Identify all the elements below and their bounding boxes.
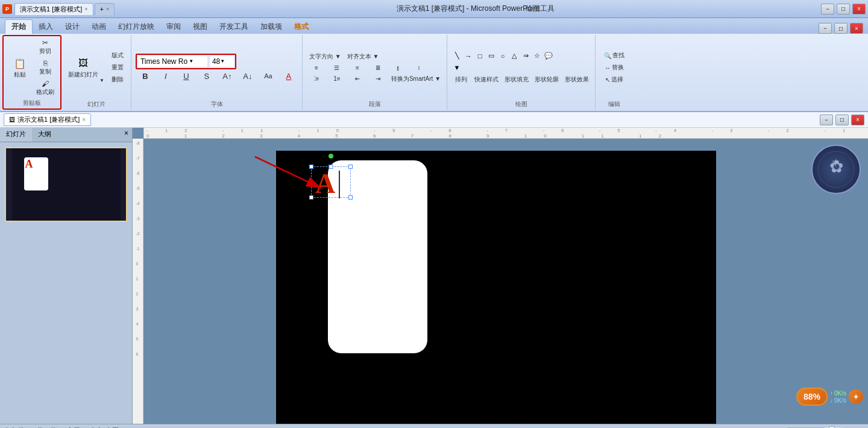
tab-animation[interactable]: 动画 <box>86 20 112 34</box>
oval-shape[interactable]: ○ <box>497 51 508 61</box>
copy-button[interactable]: ⎘ 复制 <box>34 58 57 77</box>
justify-button[interactable]: ≣ <box>368 63 388 72</box>
format-painter-icon: 🖌 <box>42 80 49 88</box>
slide-canvas-wrapper[interactable]: A ✿ 中 88% <box>143 139 868 424</box>
slide-tab-outline[interactable]: 大纲 <box>32 128 57 142</box>
ribbon-content: 📋 粘贴 ✂ 剪切 ⎘ 复制 🖌 格式刷 <box>0 34 868 111</box>
slide-thumbnail-1[interactable]: 1 A <box>5 147 127 222</box>
speed-expand-button[interactable]: + <box>849 389 863 404</box>
slide-tab-slides[interactable]: 幻灯片 <box>0 128 32 142</box>
font-name-box[interactable]: Times New Ro ▼ <box>138 56 207 67</box>
italic-button[interactable]: I <box>156 71 175 82</box>
inner-win-close[interactable]: × <box>851 115 864 125</box>
slide-text-a[interactable]: A <box>315 170 335 198</box>
tab-format[interactable]: 格式 <box>288 20 315 34</box>
layout-button[interactable]: 版式 <box>108 50 127 61</box>
replace-button[interactable]: ↔ 替换 <box>602 62 626 73</box>
title-tab-main[interactable]: 演示文稿1 [兼容模式] × <box>14 3 93 15</box>
num-list-button[interactable]: 1≡ <box>327 74 347 83</box>
bold-button[interactable]: B <box>136 71 155 82</box>
list-button[interactable]: ⁚≡ <box>307 74 326 83</box>
clear-format-button[interactable]: Aa <box>259 71 278 81</box>
inner-win-min[interactable]: － <box>820 115 833 125</box>
tab-review[interactable]: 审阅 <box>160 20 187 34</box>
doc-tab[interactable]: 🖼 演示文稿1 [兼容模式] × <box>4 113 91 126</box>
close-button[interactable]: × <box>852 4 866 14</box>
tab-home[interactable]: 开始 <box>5 19 33 34</box>
align-right-button[interactable]: ≡ <box>348 63 367 72</box>
slide-panel-tabs: 幻灯片 大纲 × <box>0 128 132 142</box>
slides-tools: 🖼 新建幻灯片 ▼ 版式 重置 删除 <box>66 36 127 99</box>
svg-text:中: 中 <box>832 159 840 167</box>
format-painter-button[interactable]: 🖌 格式刷 <box>34 78 57 98</box>
tab-design[interactable]: 设计 <box>59 20 86 34</box>
handle-br[interactable] <box>348 195 353 200</box>
handle-tl[interactable] <box>309 165 313 169</box>
find-button[interactable]: 🔍 查找 <box>602 50 627 61</box>
text-direction-button[interactable]: 文字方向 ▼ <box>307 51 344 62</box>
tab-insert[interactable]: 插入 <box>33 20 59 34</box>
new-slide-icon: 🖼 <box>76 56 90 71</box>
line-space-button[interactable]: ↕ <box>409 63 429 72</box>
tab-developer[interactable]: 开发工具 <box>213 20 254 34</box>
more-shapes[interactable]: ▼ <box>451 62 462 73</box>
align-text-button[interactable]: 对齐文本 ▼ <box>345 51 382 62</box>
slide-black-bg[interactable]: A <box>276 151 716 424</box>
new-slide-button[interactable]: 🖼 新建幻灯片 ▼ <box>66 51 107 84</box>
shape-outline-button[interactable]: 形状轮廓 <box>532 74 561 85</box>
title-bar: P 演示文稿1 [兼容模式] × + × 演示文稿1 [兼容模式] - Micr… <box>0 0 868 18</box>
line-shape[interactable]: ╲ <box>451 51 462 61</box>
ribbon-restore-btn[interactable]: □ <box>834 23 848 34</box>
paste-button[interactable]: 📋 粘贴 <box>7 51 33 84</box>
tab-slideshow[interactable]: 幻灯片放映 <box>112 20 160 34</box>
round-rect-shape[interactable]: ▭ <box>486 51 497 61</box>
title-tab-new[interactable]: + × <box>95 3 115 15</box>
tab-view[interactable]: 视图 <box>187 20 213 34</box>
rect-shape[interactable]: □ <box>474 51 485 61</box>
font-color-button[interactable]: A <box>279 71 298 82</box>
ribbon-minimize-btn[interactable]: － <box>819 23 832 34</box>
maximize-button[interactable]: □ <box>837 4 850 14</box>
shape-effect-button[interactable]: 形状效果 <box>562 74 591 85</box>
shape-fill-button[interactable]: 形状填充 <box>502 74 531 85</box>
callout-shape[interactable]: 💬 <box>543 51 554 61</box>
copy-label: 复制 <box>39 68 51 76</box>
ribbon-close-btn[interactable]: × <box>850 23 863 34</box>
paragraph-row1: 文字方向 ▼ 对齐文本 ▼ <box>307 51 381 62</box>
delete-button[interactable]: 删除 <box>108 74 127 85</box>
arrange-button[interactable]: 排列 <box>451 74 471 85</box>
paragraph-row2: ≡ ☰ ≡ ≣ ⫿ ↕ <box>307 63 429 72</box>
convert-smartart-button[interactable]: 转换为SmartArt ▼ <box>389 74 443 84</box>
doc-tab-close[interactable]: × <box>82 116 86 123</box>
shape-tools-grid: ╲ → □ ▭ ○ △ ⇒ ☆ 💬 ▼ <box>451 51 560 73</box>
col-button[interactable]: ⫿ <box>389 63 408 72</box>
indent-dec-button[interactable]: ⇤ <box>348 74 367 83</box>
indent-inc-button[interactable]: ⇥ <box>368 74 388 83</box>
quick-styles-button[interactable]: 快速样式 <box>472 74 501 85</box>
align-left-button[interactable]: ≡ <box>307 63 326 72</box>
triangle-shape[interactable]: △ <box>509 51 520 61</box>
font-size-box[interactable]: 48 ▼ <box>210 56 234 67</box>
underline-button[interactable]: U <box>177 71 196 82</box>
tab-close-icon[interactable]: × <box>84 6 87 12</box>
strikethrough-button[interactable]: S <box>197 71 216 82</box>
star-shape[interactable]: ☆ <box>532 51 542 61</box>
zoom-handle[interactable] <box>827 426 837 429</box>
tab-addins[interactable]: 加载项 <box>254 20 288 34</box>
handle-bl[interactable] <box>309 195 313 200</box>
handle-tr[interactable] <box>348 165 353 169</box>
minimize-button[interactable]: － <box>821 4 834 14</box>
shrink-font-button[interactable]: A↓ <box>238 71 257 82</box>
slide-panel-close-button[interactable]: × <box>121 128 132 142</box>
rotation-handle[interactable] <box>329 154 333 159</box>
arrow-shape[interactable]: → <box>463 51 474 61</box>
right-arrow-shape[interactable]: ⇒ <box>520 51 531 61</box>
align-center-button[interactable]: ☰ <box>327 63 347 72</box>
inner-win-max[interactable]: □ <box>835 115 849 125</box>
reset-button[interactable]: 重置 <box>108 62 127 73</box>
cut-button[interactable]: ✂ 剪切 <box>34 37 57 57</box>
grow-font-button[interactable]: A↑ <box>218 71 237 82</box>
canvas-area: -12 -11 -10 -9 -8 -7 -6 -5 -4 -3 -2 -1 0… <box>133 128 868 424</box>
paragraph-label: 段落 <box>369 99 381 109</box>
select-button[interactable]: ↖ 选择 <box>603 74 626 85</box>
